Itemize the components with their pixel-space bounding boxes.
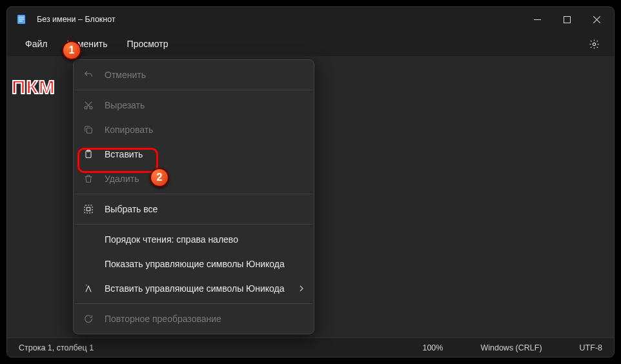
ctx-paste[interactable]: Вставить bbox=[74, 142, 314, 167]
status-encoding: UTF-8 bbox=[580, 343, 602, 352]
svg-rect-9 bbox=[87, 128, 92, 133]
svg-rect-12 bbox=[85, 205, 92, 213]
close-button[interactable] bbox=[582, 7, 611, 32]
statusbar: Строка 1, столбец 1 100% Windows (CRLF) … bbox=[7, 338, 614, 357]
ctx-show-unicode[interactable]: Показать управляющие символы Юникода bbox=[74, 252, 314, 276]
reconvert-icon bbox=[83, 313, 94, 325]
annotation-badge-1: 1 bbox=[62, 41, 81, 60]
separator bbox=[75, 90, 312, 90]
ctx-insert-unicode-label: Вставить управляющие символы Юникода bbox=[105, 283, 285, 294]
annotation-pkm: ПКМ bbox=[12, 76, 56, 98]
svg-rect-2 bbox=[19, 19, 24, 19]
ctx-select-all-label: Выбрать все bbox=[105, 204, 158, 214]
separator bbox=[75, 224, 312, 225]
ctx-show-unicode-label: Показать управляющие символы Юникода bbox=[105, 259, 285, 269]
menubar: Файл Изменить Просмотр bbox=[7, 32, 614, 56]
separator bbox=[75, 194, 312, 194]
undo-icon bbox=[83, 69, 94, 81]
ctx-cut-label: Вырезать bbox=[105, 100, 145, 110]
svg-rect-3 bbox=[19, 21, 23, 21]
status-line-ending: Windows (CRLF) bbox=[480, 343, 542, 352]
paste-icon bbox=[83, 148, 94, 160]
ctx-reading-order-label: Порядок чтения: справа налево bbox=[105, 234, 238, 245]
ctx-insert-unicode[interactable]: Вставить управляющие символы Юникода bbox=[74, 276, 314, 301]
ctx-reading-order[interactable]: Порядок чтения: справа налево bbox=[74, 227, 314, 252]
cut-icon bbox=[83, 99, 94, 111]
copy-icon bbox=[83, 124, 94, 136]
menu-file[interactable]: Файл bbox=[16, 35, 56, 53]
status-position: Строка 1, столбец 1 bbox=[19, 343, 94, 352]
svg-rect-5 bbox=[564, 16, 570, 23]
maximize-button[interactable] bbox=[552, 7, 582, 32]
window-title: Без имени – Блокнот bbox=[37, 15, 116, 24]
chevron-right-icon bbox=[298, 285, 305, 292]
ctx-paste-label: Вставить bbox=[105, 149, 143, 159]
menu-view[interactable]: Просмотр bbox=[118, 35, 178, 53]
svg-rect-1 bbox=[19, 17, 24, 17]
status-zoom: 100% bbox=[422, 343, 443, 352]
select-all-icon bbox=[83, 203, 94, 215]
minimize-button[interactable] bbox=[522, 7, 552, 32]
separator bbox=[75, 303, 312, 304]
ctx-copy-label: Копировать bbox=[105, 125, 153, 135]
context-menu: Отменить Вырезать Копировать Вставить Уд… bbox=[73, 59, 314, 334]
ctx-cut[interactable]: Вырезать bbox=[74, 93, 314, 117]
notepad-icon bbox=[16, 14, 26, 25]
ctx-undo-label: Отменить bbox=[105, 70, 146, 80]
ctx-reconvert-label: Повторное преобразование bbox=[105, 314, 221, 324]
lambda-icon bbox=[83, 283, 94, 294]
ctx-select-all[interactable]: Выбрать все bbox=[74, 197, 314, 221]
svg-point-6 bbox=[593, 43, 595, 45]
window-controls bbox=[522, 7, 611, 32]
titlebar: Без имени – Блокнот bbox=[7, 7, 614, 32]
svg-rect-13 bbox=[87, 207, 90, 210]
svg-rect-4 bbox=[534, 19, 541, 20]
ctx-undo[interactable]: Отменить bbox=[74, 63, 314, 87]
settings-button[interactable] bbox=[584, 35, 605, 54]
ctx-delete[interactable]: Удалить bbox=[74, 167, 314, 191]
ctx-delete-label: Удалить bbox=[105, 174, 139, 184]
ctx-reconvert[interactable]: Повторное преобразование bbox=[74, 307, 314, 331]
delete-icon bbox=[83, 173, 94, 185]
annotation-badge-2: 2 bbox=[150, 168, 169, 187]
ctx-copy[interactable]: Копировать bbox=[74, 117, 314, 142]
